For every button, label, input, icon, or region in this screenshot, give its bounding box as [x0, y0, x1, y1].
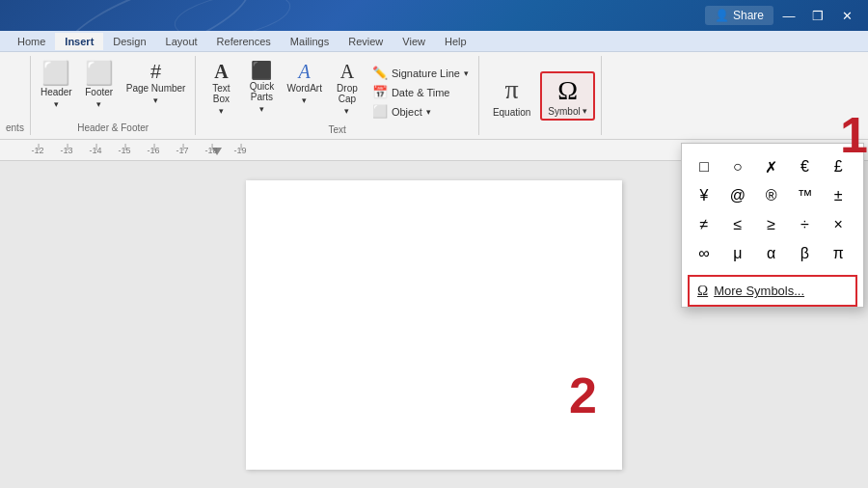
text-box-dropdown-icon: ▾ [219, 106, 224, 116]
step-1-indicator: 1 [840, 110, 868, 160]
footer-label: Footer [85, 87, 113, 97]
quick-parts-dropdown-icon: ▾ [259, 104, 264, 114]
text-group-label: Text [328, 122, 345, 137]
symbol-icon: Ω [557, 75, 578, 106]
equation-icon: π [505, 74, 519, 105]
ruler-mark-16: -16 [139, 146, 168, 155]
word-art-button[interactable]: A WordArt ▾ [283, 60, 326, 107]
sym-geq[interactable]: ≥ [757, 211, 786, 238]
sym-leq[interactable]: ≤ [723, 211, 752, 238]
text-items: A TextBox ▾ ⬛ QuickParts ▾ A WordArt ▾ A… [202, 60, 472, 121]
sym-cross[interactable]: ✗ [757, 153, 786, 180]
tab-review[interactable]: Review [339, 33, 393, 50]
sym-plusminus[interactable]: ± [824, 182, 853, 209]
object-label: Object [392, 106, 422, 118]
ruler-mark-14: -14 [81, 146, 110, 155]
header-button[interactable]: ⬜ Header ▾ [37, 60, 76, 111]
ribbon-tabs: Home Insert Design Layout References Mai… [0, 31, 868, 52]
ribbon: Home Insert Design Layout References Mai… [0, 31, 868, 140]
drop-cap-dropdown-icon: ▾ [344, 106, 349, 116]
sym-times[interactable]: × [824, 211, 853, 238]
header-dropdown-icon: ▾ [54, 99, 59, 109]
group-header-footer: ⬜ Header ▾ ⬜ Footer ▾ # Page Number ▾ He… [31, 56, 197, 135]
footer-icon: ⬜ [85, 62, 114, 85]
sym-circle[interactable]: ○ [723, 153, 752, 180]
sym-at[interactable]: @ [723, 182, 752, 209]
sym-alpha[interactable]: α [757, 240, 786, 267]
ruler-mark-17: -17 [168, 146, 197, 155]
drop-cap-button[interactable]: A DropCap ▾ [328, 60, 366, 118]
more-symbols-omega-icon: Ω [697, 283, 708, 299]
date-time-icon: 📅 [372, 85, 388, 99]
object-dropdown-icon: ▾ [426, 107, 431, 117]
signature-line-button[interactable]: ✏️ Signature Line ▾ [368, 64, 473, 82]
drop-cap-label: DropCap [337, 83, 358, 104]
title-bar: 👤 Share — ❒ ✕ [0, 0, 868, 31]
symbol-label: Symbol ▾ [548, 106, 586, 117]
sym-square[interactable]: □ [690, 153, 719, 180]
title-bar-decoration [0, 0, 868, 31]
header-icon: ⬜ [41, 62, 70, 85]
sym-yen[interactable]: ¥ [690, 182, 719, 209]
word-art-label: WordArt [286, 83, 322, 94]
tab-references[interactable]: References [207, 33, 281, 50]
object-button[interactable]: ⬜ Object ▾ [368, 102, 473, 121]
header-footer-group-label: Header & Footer [77, 121, 149, 135]
sym-infinity[interactable]: ∞ [690, 240, 719, 267]
group-elements: ents [0, 56, 31, 135]
page-number-dropdown-icon: ▾ [153, 95, 158, 105]
equation-button[interactable]: π Equation [485, 70, 538, 122]
ribbon-content: ents ⬜ Header ▾ ⬜ Footer ▾ # Page Number… [0, 52, 868, 139]
ruler-numbers: -12 -13 -14 -15 -16 -17 -18 -19 [23, 146, 255, 155]
group-symbols: π Equation Ω Symbol ▾ [479, 56, 602, 135]
footer-dropdown-icon: ▾ [96, 99, 101, 109]
document-page[interactable] [246, 180, 622, 470]
sym-notequal[interactable]: ≠ [690, 211, 719, 238]
sym-registered[interactable]: ® [757, 182, 786, 209]
group-elements-label: ents [6, 121, 24, 135]
date-time-label: Date & Time [392, 87, 450, 98]
sym-divide[interactable]: ÷ [790, 211, 819, 238]
step-2-indicator: 2 [569, 370, 597, 420]
ruler-mark-15: -15 [110, 146, 139, 155]
symbol-dropdown: □ ○ ✗ € £ ¥ @ ® ™ ± ≠ ≤ ≥ ÷ × ∞ μ α β π [681, 143, 864, 308]
quick-parts-icon: ⬛ [251, 62, 272, 79]
text-box-button[interactable]: A TextBox ▾ [202, 60, 240, 118]
tab-help[interactable]: Help [435, 33, 476, 50]
page-number-button[interactable]: # Page Number ▾ [122, 60, 190, 107]
quick-parts-button[interactable]: ⬛ QuickParts ▾ [242, 60, 281, 116]
group-text: A TextBox ▾ ⬛ QuickParts ▾ A WordArt ▾ A… [196, 56, 478, 135]
tab-home[interactable]: Home [8, 33, 55, 50]
sym-mu[interactable]: μ [723, 240, 752, 267]
tab-layout[interactable]: Layout [156, 33, 207, 50]
drop-cap-icon: A [340, 62, 354, 81]
sym-trademark[interactable]: ™ [790, 182, 819, 209]
word-art-dropdown-icon: ▾ [302, 95, 307, 105]
ruler-mark-12: -12 [23, 146, 52, 155]
more-symbols-button[interactable]: Ω More Symbols... [688, 275, 857, 307]
date-time-button[interactable]: 📅 Date & Time [368, 83, 473, 101]
insert-vert-group: ✏️ Signature Line ▾ 📅 Date & Time ⬜ Obje… [368, 64, 473, 121]
sym-euro[interactable]: € [790, 153, 819, 180]
symbol-button[interactable]: Ω Symbol ▾ [540, 71, 594, 121]
signature-line-dropdown-icon: ▾ [464, 68, 469, 78]
symbol-grid: □ ○ ✗ € £ ¥ @ ® ™ ± ≠ ≤ ≥ ÷ × ∞ μ α β π [688, 151, 857, 269]
more-symbols-label: More Symbols... [714, 284, 804, 298]
page-number-label: Page Number [126, 83, 186, 94]
tab-view[interactable]: View [393, 33, 435, 50]
signature-line-label: Signature Line [392, 68, 460, 79]
signature-line-icon: ✏️ [372, 66, 388, 80]
tab-insert[interactable]: Insert [55, 33, 103, 50]
tab-design[interactable]: Design [103, 33, 155, 50]
quick-parts-label: QuickParts [250, 81, 275, 102]
tab-mailings[interactable]: Mailings [281, 33, 339, 50]
ruler-mark-19: -19 [226, 146, 255, 155]
sym-pi[interactable]: π [824, 240, 853, 267]
footer-button[interactable]: ⬜ Footer ▾ [80, 60, 119, 111]
object-icon: ⬜ [372, 104, 388, 119]
ruler-mark-18: -18 [197, 146, 226, 155]
text-box-label: TextBox [212, 83, 230, 104]
header-footer-items: ⬜ Header ▾ ⬜ Footer ▾ # Page Number ▾ [37, 60, 190, 119]
sym-beta[interactable]: β [790, 240, 819, 267]
word-art-icon: A [299, 62, 311, 81]
